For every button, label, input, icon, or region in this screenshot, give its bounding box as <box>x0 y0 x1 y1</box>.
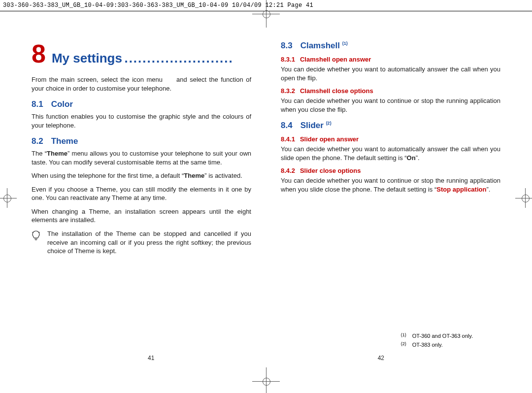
body-8-4-2: You can decide whether you want to conti… <box>281 176 500 194</box>
tip-text: The installation of the Theme can be sto… <box>47 229 251 256</box>
heading-8-3-2: 8.3.2Clamshell close options <box>281 87 500 95</box>
heading-8-2: 8.2Theme <box>32 136 251 146</box>
registration-mark-bottom <box>259 374 273 388</box>
heading-8-3: 8.3Clamshell (1) <box>281 41 500 51</box>
footnotes: (1)OT-360 and OT-363 only. (2)OT-383 onl… <box>401 332 473 350</box>
registration-mark-right <box>518 191 532 205</box>
heading-8-4-1: 8.4.1Slider open answer <box>281 135 500 143</box>
body-8-4-1: You can decide whether you want to autom… <box>281 145 500 162</box>
left-page: 8 My settings ........................ F… <box>32 41 251 256</box>
chapter-heading: 8 My settings ........................ <box>32 41 251 66</box>
heading-8-4: 8.4Slider (2) <box>281 121 500 131</box>
tip-block: The installation of the Theme can be sto… <box>32 229 251 256</box>
body-8-2-p4: When changing a Theme, an installation s… <box>32 207 251 225</box>
body-8-3-2: You can decide whether you want to conti… <box>281 97 500 114</box>
chapter-number: 8 <box>32 41 46 66</box>
footnote-1-text: OT-360 and OT-363 only. <box>412 332 473 341</box>
chapter-dots: ........................ <box>124 51 233 66</box>
body-8-2-p1: The “Theme” menu allows you to customise… <box>32 149 251 166</box>
heading-8-4-2: 8.4.2Slider close options <box>281 167 500 174</box>
body-8-2-p2: When using the telephone for the first t… <box>32 171 251 180</box>
body-8-2-p3: Even if you choose a Theme, you can stil… <box>32 185 251 202</box>
registration-mark-top <box>259 7 273 21</box>
intro-paragraph: From the main screen, select the icon me… <box>32 75 251 93</box>
heading-8-3-1: 8.3.1Clamshell open answer <box>281 56 500 63</box>
footnote-2-mark: (2) <box>401 341 406 350</box>
footnote-2-text: OT-383 only. <box>412 341 443 350</box>
body-8-3-1: You can decide whether you want to autom… <box>281 65 500 82</box>
heading-8-1: 8.1Color <box>32 99 251 109</box>
lightbulb-icon <box>32 229 40 244</box>
body-8-1: This function enables you to customise t… <box>32 112 251 130</box>
page-number-right: 42 <box>378 355 384 361</box>
chapter-title: My settings <box>52 51 122 66</box>
footnote-1-mark: (1) <box>401 332 406 341</box>
registration-mark-left <box>0 191 14 205</box>
page-spread: 8 My settings ........................ F… <box>0 11 532 256</box>
page-number-left: 41 <box>148 355 154 361</box>
right-page: 8.3Clamshell (1) 8.3.1Clamshell open ans… <box>281 41 500 256</box>
